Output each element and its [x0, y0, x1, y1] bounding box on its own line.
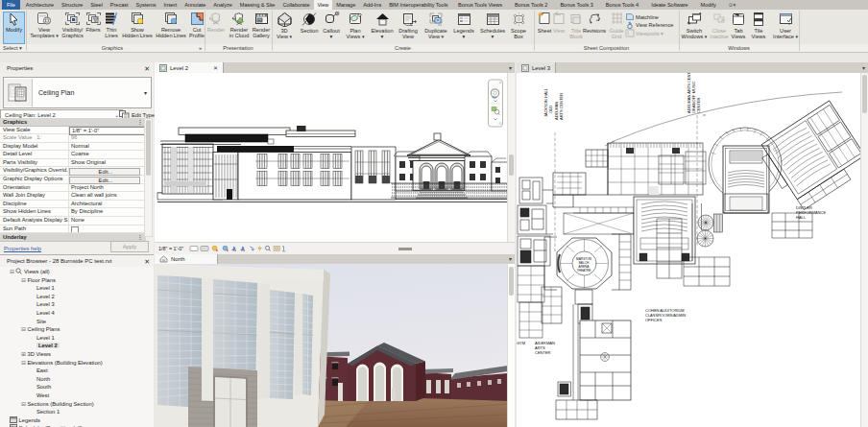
svg-text:HALL: HALL	[796, 215, 807, 220]
svg-text:CENTER: CENTER	[696, 97, 701, 113]
svg-text:GYM: GYM	[517, 341, 525, 345]
svg-text:OLD: OLD	[548, 106, 553, 113]
svg-text:CENTER: CENTER	[535, 350, 551, 355]
svg-text:ARTS CENTER: ARTS CENTER	[559, 93, 564, 120]
svg-text:OFFICES: OFFICES	[645, 318, 663, 322]
svg-text:THEATRE: THEATRE	[577, 269, 591, 273]
